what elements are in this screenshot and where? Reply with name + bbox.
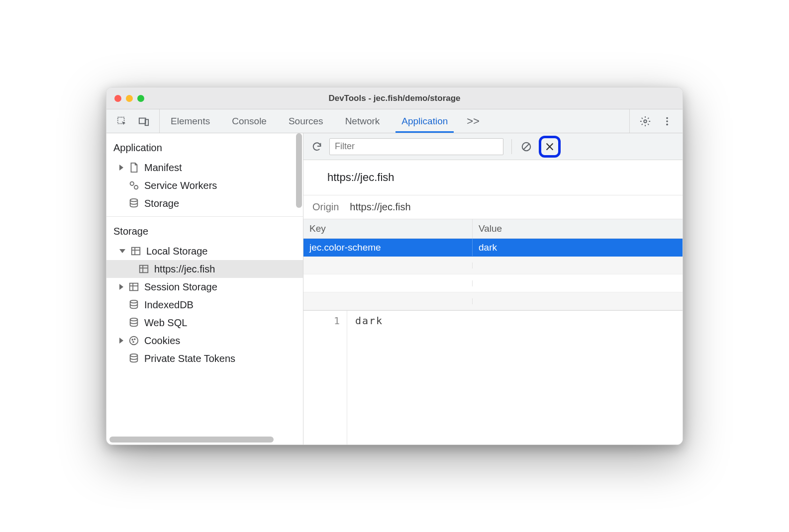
chevron-right-icon xyxy=(119,338,123,344)
tab-application[interactable]: Application xyxy=(391,109,459,133)
sidebar-item-storage[interactable]: Storage xyxy=(106,194,303,212)
sidebar-item-label: Session Storage xyxy=(144,281,217,293)
tab-application-label: Application xyxy=(401,116,448,127)
sidebar-item-session-storage[interactable]: Session Storage xyxy=(106,278,303,296)
svg-point-14 xyxy=(130,318,138,321)
refresh-icon[interactable] xyxy=(310,140,323,153)
delete-selected-highlight xyxy=(539,136,561,158)
chevron-right-icon xyxy=(119,284,123,290)
origin-row: Origin https://jec.fish xyxy=(303,195,683,219)
sidebar-section-application: Application xyxy=(106,133,303,159)
sidebar-horizontal-scrollbar[interactable] xyxy=(109,436,294,443)
table-cell-key xyxy=(303,280,473,286)
overflow-glyph: >> xyxy=(467,115,480,128)
database-icon xyxy=(128,317,139,328)
table-cell-value xyxy=(473,263,683,268)
sidebar-item-local-storage-origin[interactable]: https://jec.fish xyxy=(106,260,303,278)
gears-icon xyxy=(128,180,139,191)
sidebar-section-storage: Storage xyxy=(106,217,303,242)
delete-selected-icon[interactable] xyxy=(543,140,556,153)
table-cell-key: jec.color-scheme xyxy=(303,239,473,256)
table-icon xyxy=(128,281,139,292)
value-viewer: 1 dark xyxy=(303,310,683,444)
table-row[interactable] xyxy=(303,274,683,292)
tabstrip-left-icons xyxy=(106,109,160,133)
document-icon xyxy=(128,162,139,173)
tabstrip-right-icons xyxy=(629,109,683,133)
origin-label: Origin xyxy=(312,201,339,213)
tabs-overflow-button[interactable]: >> xyxy=(459,109,488,133)
svg-rect-1 xyxy=(139,118,146,123)
table-cell-key xyxy=(303,298,473,304)
sidebar-item-private-state-tokens[interactable]: Private State Tokens xyxy=(106,350,303,367)
sidebar-vertical-scrollbar[interactable] xyxy=(295,133,303,444)
tab-sources-label: Sources xyxy=(289,116,323,127)
table-row[interactable]: jec.color-scheme dark xyxy=(303,239,683,257)
inspect-element-icon[interactable] xyxy=(115,115,128,128)
database-icon xyxy=(128,198,139,209)
sidebar-item-label: IndexedDB xyxy=(144,299,194,311)
storage-toolbar xyxy=(303,133,683,160)
clear-all-icon[interactable] xyxy=(520,140,533,153)
tab-network[interactable]: Network xyxy=(334,109,391,133)
svg-point-4 xyxy=(666,117,668,119)
tab-sources[interactable]: Sources xyxy=(278,109,334,133)
svg-rect-10 xyxy=(132,248,140,255)
scrollbar-thumb[interactable] xyxy=(296,133,302,208)
svg-point-5 xyxy=(666,120,668,122)
tab-network-label: Network xyxy=(345,116,380,127)
kebab-menu-icon[interactable] xyxy=(661,115,674,128)
toolbar-divider xyxy=(511,139,512,154)
sidebar-item-local-storage[interactable]: Local Storage xyxy=(106,242,303,260)
svg-point-15 xyxy=(130,337,138,345)
tab-console[interactable]: Console xyxy=(221,109,278,133)
table-icon xyxy=(138,264,149,274)
sidebar-item-manifest[interactable]: Manifest xyxy=(106,159,303,177)
panel-tabstrip: Elements Console Sources Network Applica… xyxy=(106,109,683,133)
panel-body: Application Manifest Servi xyxy=(106,133,683,444)
svg-rect-12 xyxy=(130,283,138,291)
svg-point-19 xyxy=(130,354,138,357)
svg-rect-11 xyxy=(140,266,148,273)
sidebar-item-label: Storage xyxy=(144,198,179,209)
table-cell-key xyxy=(303,263,473,268)
table-icon xyxy=(130,246,141,257)
sidebar-item-service-workers[interactable]: Service Workers xyxy=(106,177,303,194)
window-title: DevTools - jec.fish/demo/storage xyxy=(106,93,683,103)
database-icon xyxy=(128,299,139,310)
value-content[interactable]: dark xyxy=(347,311,683,444)
tab-elements-label: Elements xyxy=(171,116,210,127)
table-cell-value xyxy=(473,298,683,304)
tab-elements[interactable]: Elements xyxy=(160,109,221,133)
database-icon xyxy=(128,353,139,364)
sidebar-item-label: https://jec.fish xyxy=(154,264,215,275)
svg-point-16 xyxy=(132,339,133,340)
table-row[interactable] xyxy=(303,257,683,274)
main-content: https://jec.fish Origin https://jec.fish… xyxy=(303,133,683,444)
table-row[interactable] xyxy=(303,292,683,310)
table-header-value[interactable]: Value xyxy=(473,219,683,238)
gear-icon[interactable] xyxy=(639,115,652,128)
svg-point-9 xyxy=(130,199,138,202)
svg-point-18 xyxy=(133,342,134,343)
sidebar-item-label: Manifest xyxy=(144,162,182,174)
chevron-right-icon xyxy=(119,165,123,171)
line-gutter: 1 xyxy=(303,311,347,444)
table-header-key[interactable]: Key xyxy=(303,219,473,238)
table-cell-value xyxy=(473,280,683,286)
sidebar-item-label: Cookies xyxy=(144,335,180,347)
line-number: 1 xyxy=(303,311,347,331)
origin-value: https://jec.fish xyxy=(350,201,410,213)
sidebar-item-label: Local Storage xyxy=(146,246,207,257)
tab-console-label: Console xyxy=(232,116,267,127)
sidebar-item-cookies[interactable]: Cookies xyxy=(106,332,303,350)
sidebar-item-label: Private State Tokens xyxy=(144,353,235,364)
svg-point-8 xyxy=(134,185,138,189)
sidebar-item-label: Web SQL xyxy=(144,317,187,329)
scrollbar-thumb[interactable] xyxy=(109,437,274,443)
sidebar-item-indexeddb[interactable]: IndexedDB xyxy=(106,296,303,314)
device-toolbar-icon[interactable] xyxy=(137,115,150,128)
storage-origin-header: https://jec.fish xyxy=(303,160,683,195)
sidebar-item-websql[interactable]: Web SQL xyxy=(106,314,303,332)
filter-input[interactable] xyxy=(329,138,503,155)
